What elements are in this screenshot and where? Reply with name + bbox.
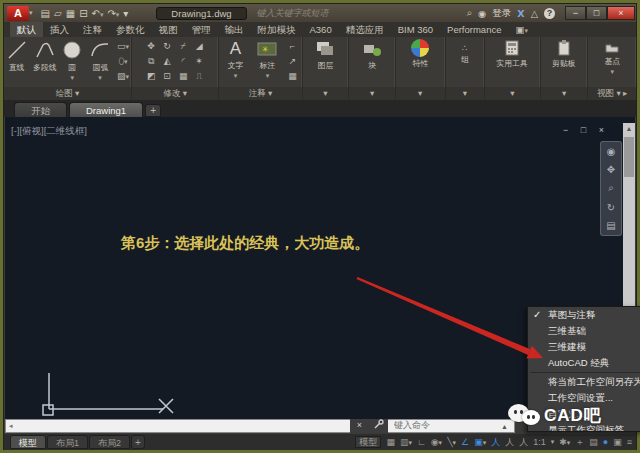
leader-icon[interactable]: ⌐ bbox=[284, 39, 300, 53]
panel-block-label[interactable]: ▾ bbox=[349, 87, 395, 100]
search-input[interactable]: 键入关键字或短语 bbox=[257, 7, 329, 20]
clipboard-button[interactable]: 剪贴板 bbox=[542, 39, 586, 70]
tab-parametric[interactable]: 参数化 bbox=[109, 22, 152, 37]
command-input[interactable] bbox=[394, 420, 494, 430]
tab-performance[interactable]: Performance bbox=[440, 22, 508, 37]
table-icon[interactable]: ▦ bbox=[284, 69, 300, 83]
panel-annotate-label[interactable]: 注释 ▾ bbox=[219, 87, 301, 100]
viewport-controls[interactable]: [-][俯视][二维线框] bbox=[11, 125, 87, 138]
panel-view-label[interactable]: 视图 ▾ ▸ bbox=[588, 87, 636, 100]
fillet-icon[interactable]: ◜ bbox=[176, 54, 191, 68]
tab-a360[interactable]: A360 bbox=[303, 22, 339, 37]
cmd-customize-wrench-icon[interactable] bbox=[369, 419, 388, 433]
undo-icon[interactable]: ↶▾ bbox=[92, 8, 104, 19]
maximize-button[interactable]: □ bbox=[586, 6, 607, 20]
object-snap-icon[interactable]: ▣▾ bbox=[474, 437, 486, 447]
autoscale-icon[interactable]: 人 bbox=[505, 436, 514, 449]
drawing-window-buttons[interactable]: − □ × bbox=[563, 125, 609, 135]
block-button[interactable]: 块 bbox=[357, 39, 387, 72]
quick-properties-icon[interactable]: ▤ bbox=[589, 437, 598, 447]
scrollbar-thumb[interactable] bbox=[624, 137, 634, 177]
utilities-button[interactable]: 实用工具 bbox=[488, 39, 536, 70]
rotate-icon[interactable]: ↻ bbox=[160, 39, 175, 53]
annotation-scale-icon[interactable]: 人 bbox=[519, 436, 528, 449]
tab-addins[interactable]: 附加模块 bbox=[251, 22, 303, 37]
panel-utilities-label[interactable]: ▾ bbox=[485, 87, 540, 100]
menu-item-drafting-annotation[interactable]: ✓ 草图与注释 bbox=[528, 307, 640, 323]
signin-label[interactable]: 登录 bbox=[492, 7, 511, 20]
cmd-grip-icon[interactable]: ◂ bbox=[9, 422, 13, 430]
customization-menu-icon[interactable]: ≡ bbox=[627, 437, 632, 447]
new-layout-button[interactable]: + bbox=[131, 435, 145, 449]
menu-item-autocad-classic[interactable]: AutoCAD 经典 bbox=[528, 355, 640, 371]
grid-icon[interactable]: ▦ bbox=[386, 437, 395, 447]
layout-tab-layout1[interactable]: 布局1 bbox=[47, 435, 88, 449]
model-space-button[interactable]: 模型 bbox=[355, 436, 381, 448]
panel-properties-label[interactable]: ▾ bbox=[396, 87, 445, 100]
erase-icon[interactable]: ◢ bbox=[192, 39, 207, 53]
panel-layers-label[interactable]: ▾ bbox=[303, 87, 349, 100]
scroll-up-icon[interactable]: ▲ bbox=[623, 123, 635, 132]
ribbon-display-toggle-icon[interactable]: ▣▾ bbox=[508, 22, 535, 37]
save-icon[interactable]: ▦ bbox=[66, 8, 75, 19]
move-icon[interactable]: ✥ bbox=[144, 39, 159, 53]
menu-item-3d-modeling[interactable]: 三维建模 bbox=[528, 339, 640, 355]
pan-icon[interactable]: ✥ bbox=[607, 164, 615, 175]
tab-output[interactable]: 输出 bbox=[218, 22, 251, 37]
app-store-icon[interactable]: △ bbox=[531, 8, 538, 19]
file-tab-start[interactable]: 开始 bbox=[14, 102, 67, 117]
isolate-objects-icon[interactable]: ▣ bbox=[613, 437, 622, 447]
help-icon[interactable]: ? bbox=[544, 8, 555, 19]
basepoint-button[interactable]: 基点▾ bbox=[590, 39, 634, 76]
search-icon[interactable]: ⌕ bbox=[467, 7, 472, 19]
exchange-icon[interactable]: Ⅹ bbox=[517, 8, 524, 19]
user-icon[interactable]: ◉ bbox=[478, 8, 486, 19]
cmd-close-icon[interactable]: × bbox=[350, 419, 369, 433]
autocad-logo-icon[interactable]: A bbox=[7, 6, 29, 21]
panel-clipboard-label[interactable]: ▾ bbox=[541, 87, 588, 100]
navwheel-icon[interactable]: ◉ bbox=[607, 146, 616, 157]
qat-customize-icon[interactable]: ▾ bbox=[123, 8, 128, 19]
offset-icon[interactable]: ⎍ bbox=[192, 69, 207, 83]
explode-icon[interactable]: ✶ bbox=[192, 54, 207, 68]
recent-commands-icon[interactable]: ▲ bbox=[501, 423, 508, 430]
new-drawing-tab-button[interactable]: + bbox=[145, 104, 161, 117]
showmotion-icon[interactable]: ▤ bbox=[606, 220, 615, 231]
text-button[interactable]: A 文字▾ bbox=[220, 39, 250, 80]
panel-modify-label[interactable]: 修改 ▾ bbox=[132, 87, 218, 100]
plot-icon[interactable]: ⊟ bbox=[79, 8, 87, 19]
hardware-acceleration-icon[interactable]: ● bbox=[603, 437, 608, 447]
open-icon[interactable]: ▱ bbox=[54, 8, 62, 19]
command-line[interactable]: ◂ × ▲ bbox=[5, 419, 515, 433]
mirror-icon[interactable]: ◭ bbox=[160, 54, 175, 68]
ellipse-icon[interactable]: ⬯▾ bbox=[115, 54, 131, 68]
tab-annotate[interactable]: 注释 bbox=[76, 22, 109, 37]
isodraft-icon[interactable]: ╲▾ bbox=[447, 437, 456, 447]
tab-bim360[interactable]: BIM 360 bbox=[391, 22, 440, 37]
copy-icon[interactable]: ⧉ bbox=[144, 54, 159, 68]
tab-insert[interactable]: 插入 bbox=[43, 22, 76, 37]
zoom-icon[interactable]: ⌕ bbox=[608, 182, 614, 194]
panel-groups-label[interactable]: ▾ bbox=[446, 87, 485, 100]
properties-button[interactable]: 特性 bbox=[405, 39, 435, 70]
minimize-button[interactable]: − bbox=[565, 6, 586, 20]
workspace-gear-icon[interactable]: ✱▾ bbox=[559, 437, 570, 447]
rectangle-icon[interactable]: ▭▾ bbox=[115, 39, 131, 53]
scale-value[interactable]: 1:1 bbox=[533, 437, 546, 447]
polar-tracking-icon[interactable]: ◉▾ bbox=[431, 437, 442, 447]
line-button[interactable]: 直线 bbox=[4, 39, 30, 74]
close-button[interactable]: × bbox=[607, 6, 635, 20]
arc-button[interactable]: 圆弧▾ bbox=[87, 39, 113, 82]
dimension-button[interactable]: ✳ 标注▾ bbox=[252, 39, 282, 80]
tab-view[interactable]: 视图 bbox=[152, 22, 185, 37]
logo-dropdown-icon[interactable]: ▾ bbox=[29, 9, 33, 17]
hatch-icon[interactable]: ▨▾ bbox=[115, 69, 131, 83]
file-tab-drawing1[interactable]: Drawing1 bbox=[69, 102, 143, 117]
array-icon[interactable]: ▦ bbox=[176, 69, 191, 83]
tab-home[interactable]: 默认 bbox=[10, 22, 43, 37]
layout-tab-model[interactable]: 模型 bbox=[10, 435, 46, 449]
groups-button[interactable]: ∴ 组 bbox=[450, 43, 480, 66]
redo-icon[interactable]: ↷▾ bbox=[107, 8, 119, 19]
polyline-button[interactable]: 多段线 bbox=[32, 39, 58, 74]
object-snap-tracking-icon[interactable]: ∠ bbox=[461, 437, 469, 447]
